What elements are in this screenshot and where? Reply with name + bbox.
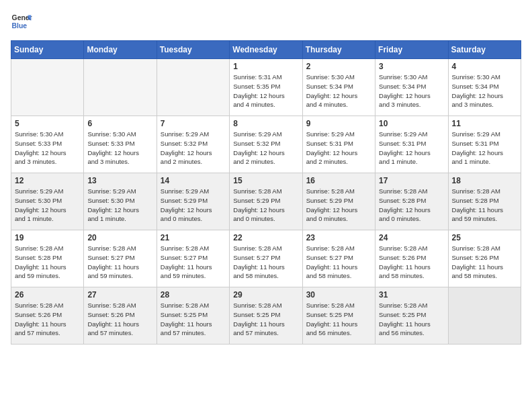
calendar-cell: 2Sunrise: 5:30 AM Sunset: 5:34 PM Daylig… <box>302 59 375 116</box>
calendar: SundayMondayTuesdayWednesdayThursdayFrid… <box>11 40 521 345</box>
day-number: 30 <box>306 290 371 300</box>
calendar-cell: 24Sunrise: 5:28 AM Sunset: 5:26 PM Dayli… <box>375 230 448 287</box>
calendar-cell: 12Sunrise: 5:29 AM Sunset: 5:30 PM Dayli… <box>11 173 84 230</box>
day-info: Sunrise: 5:28 AM Sunset: 5:27 PM Dayligh… <box>87 244 152 281</box>
calendar-cell: 10Sunrise: 5:29 AM Sunset: 5:31 PM Dayli… <box>375 116 448 173</box>
day-info: Sunrise: 5:30 AM Sunset: 5:34 PM Dayligh… <box>306 73 371 109</box>
day-number: 25 <box>452 233 517 242</box>
calendar-cell <box>11 59 84 116</box>
day-number: 12 <box>15 176 80 185</box>
day-number: 4 <box>452 62 517 71</box>
day-number: 9 <box>306 119 371 128</box>
calendar-cell: 18Sunrise: 5:28 AM Sunset: 5:28 PM Dayli… <box>448 173 521 230</box>
day-number: 16 <box>306 176 371 185</box>
day-number: 21 <box>161 233 226 242</box>
calendar-cell: 8Sunrise: 5:29 AM Sunset: 5:32 PM Daylig… <box>230 116 302 173</box>
weekday-header-tuesday: Tuesday <box>157 41 229 59</box>
calendar-cell: 9Sunrise: 5:29 AM Sunset: 5:31 PM Daylig… <box>302 116 375 173</box>
calendar-cell: 25Sunrise: 5:28 AM Sunset: 5:26 PM Dayli… <box>448 230 521 287</box>
day-number: 15 <box>233 176 298 185</box>
week-row-4: 19Sunrise: 5:28 AM Sunset: 5:28 PM Dayli… <box>11 230 521 287</box>
calendar-cell: 28Sunrise: 5:28 AM Sunset: 5:25 PM Dayli… <box>157 287 229 345</box>
logo-icon: General Blue <box>11 11 32 32</box>
calendar-cell: 27Sunrise: 5:28 AM Sunset: 5:26 PM Dayli… <box>84 287 157 345</box>
day-number: 17 <box>379 176 444 185</box>
calendar-cell: 3Sunrise: 5:30 AM Sunset: 5:34 PM Daylig… <box>375 59 448 116</box>
day-info: Sunrise: 5:29 AM Sunset: 5:32 PM Dayligh… <box>161 130 226 167</box>
week-row-3: 12Sunrise: 5:29 AM Sunset: 5:30 PM Dayli… <box>11 173 521 230</box>
calendar-cell: 23Sunrise: 5:28 AM Sunset: 5:27 PM Dayli… <box>302 230 375 287</box>
week-row-5: 26Sunrise: 5:28 AM Sunset: 5:26 PM Dayli… <box>11 287 521 345</box>
calendar-cell: 19Sunrise: 5:28 AM Sunset: 5:28 PM Dayli… <box>11 230 84 287</box>
logo: General Blue <box>11 11 32 32</box>
weekday-header-saturday: Saturday <box>448 41 521 59</box>
day-info: Sunrise: 5:28 AM Sunset: 5:29 PM Dayligh… <box>306 187 371 224</box>
day-info: Sunrise: 5:28 AM Sunset: 5:26 PM Dayligh… <box>15 301 80 338</box>
weekday-header-wednesday: Wednesday <box>230 41 302 59</box>
day-info: Sunrise: 5:29 AM Sunset: 5:31 PM Dayligh… <box>379 130 444 167</box>
day-number: 7 <box>161 119 226 128</box>
day-number: 29 <box>233 290 298 300</box>
day-number: 3 <box>379 62 444 71</box>
day-info: Sunrise: 5:28 AM Sunset: 5:26 PM Dayligh… <box>379 244 444 281</box>
week-row-2: 5Sunrise: 5:30 AM Sunset: 5:33 PM Daylig… <box>11 116 521 173</box>
day-number: 28 <box>161 290 226 300</box>
calendar-cell: 14Sunrise: 5:29 AM Sunset: 5:29 PM Dayli… <box>157 173 229 230</box>
day-info: Sunrise: 5:29 AM Sunset: 5:29 PM Dayligh… <box>161 187 226 224</box>
day-number: 6 <box>87 119 152 128</box>
day-number: 11 <box>452 119 517 128</box>
day-info: Sunrise: 5:28 AM Sunset: 5:25 PM Dayligh… <box>233 301 298 338</box>
week-row-1: 1Sunrise: 5:31 AM Sunset: 5:35 PM Daylig… <box>11 59 521 116</box>
header: General Blue <box>11 11 521 32</box>
calendar-cell: 7Sunrise: 5:29 AM Sunset: 5:32 PM Daylig… <box>157 116 229 173</box>
day-number: 24 <box>379 233 444 242</box>
weekday-header-monday: Monday <box>84 41 157 59</box>
svg-text:Blue: Blue <box>12 22 28 30</box>
weekday-header-row: SundayMondayTuesdayWednesdayThursdayFrid… <box>11 41 521 59</box>
calendar-cell: 17Sunrise: 5:28 AM Sunset: 5:28 PM Dayli… <box>375 173 448 230</box>
day-info: Sunrise: 5:29 AM Sunset: 5:31 PM Dayligh… <box>452 130 517 167</box>
day-info: Sunrise: 5:29 AM Sunset: 5:31 PM Dayligh… <box>306 130 371 167</box>
weekday-header-sunday: Sunday <box>11 41 84 59</box>
day-info: Sunrise: 5:28 AM Sunset: 5:29 PM Dayligh… <box>233 187 298 224</box>
day-number: 31 <box>379 290 444 300</box>
day-info: Sunrise: 5:28 AM Sunset: 5:25 PM Dayligh… <box>161 301 226 338</box>
day-number: 5 <box>15 119 80 128</box>
day-number: 20 <box>87 233 152 242</box>
day-number: 18 <box>452 176 517 185</box>
day-number: 23 <box>306 233 371 242</box>
calendar-cell: 16Sunrise: 5:28 AM Sunset: 5:29 PM Dayli… <box>302 173 375 230</box>
day-info: Sunrise: 5:28 AM Sunset: 5:27 PM Dayligh… <box>233 244 298 281</box>
calendar-cell: 20Sunrise: 5:28 AM Sunset: 5:27 PM Dayli… <box>84 230 157 287</box>
calendar-cell <box>448 287 521 345</box>
day-number: 2 <box>306 62 371 71</box>
calendar-cell: 4Sunrise: 5:30 AM Sunset: 5:34 PM Daylig… <box>448 59 521 116</box>
day-info: Sunrise: 5:30 AM Sunset: 5:33 PM Dayligh… <box>87 130 152 167</box>
weekday-header-thursday: Thursday <box>302 41 375 59</box>
day-number: 26 <box>15 290 80 300</box>
day-number: 13 <box>87 176 152 185</box>
day-info: Sunrise: 5:29 AM Sunset: 5:30 PM Dayligh… <box>87 187 152 224</box>
calendar-cell: 11Sunrise: 5:29 AM Sunset: 5:31 PM Dayli… <box>448 116 521 173</box>
day-number: 14 <box>161 176 226 185</box>
calendar-cell: 1Sunrise: 5:31 AM Sunset: 5:35 PM Daylig… <box>230 59 302 116</box>
day-number: 19 <box>15 233 80 242</box>
day-info: Sunrise: 5:29 AM Sunset: 5:30 PM Dayligh… <box>15 187 80 224</box>
day-info: Sunrise: 5:29 AM Sunset: 5:32 PM Dayligh… <box>233 130 298 167</box>
calendar-cell <box>84 59 157 116</box>
day-info: Sunrise: 5:30 AM Sunset: 5:33 PM Dayligh… <box>15 130 80 167</box>
calendar-cell <box>157 59 229 116</box>
day-info: Sunrise: 5:28 AM Sunset: 5:27 PM Dayligh… <box>306 244 371 281</box>
calendar-cell: 5Sunrise: 5:30 AM Sunset: 5:33 PM Daylig… <box>11 116 84 173</box>
calendar-cell: 26Sunrise: 5:28 AM Sunset: 5:26 PM Dayli… <box>11 287 84 345</box>
day-info: Sunrise: 5:30 AM Sunset: 5:34 PM Dayligh… <box>452 73 517 109</box>
calendar-cell: 21Sunrise: 5:28 AM Sunset: 5:27 PM Dayli… <box>157 230 229 287</box>
calendar-cell: 22Sunrise: 5:28 AM Sunset: 5:27 PM Dayli… <box>230 230 302 287</box>
day-number: 1 <box>233 62 298 71</box>
day-info: Sunrise: 5:28 AM Sunset: 5:25 PM Dayligh… <box>306 301 371 338</box>
day-info: Sunrise: 5:30 AM Sunset: 5:34 PM Dayligh… <box>379 73 444 109</box>
day-info: Sunrise: 5:28 AM Sunset: 5:26 PM Dayligh… <box>452 244 517 281</box>
day-info: Sunrise: 5:28 AM Sunset: 5:25 PM Dayligh… <box>379 301 444 338</box>
day-number: 22 <box>233 233 298 242</box>
day-info: Sunrise: 5:28 AM Sunset: 5:28 PM Dayligh… <box>452 187 517 224</box>
